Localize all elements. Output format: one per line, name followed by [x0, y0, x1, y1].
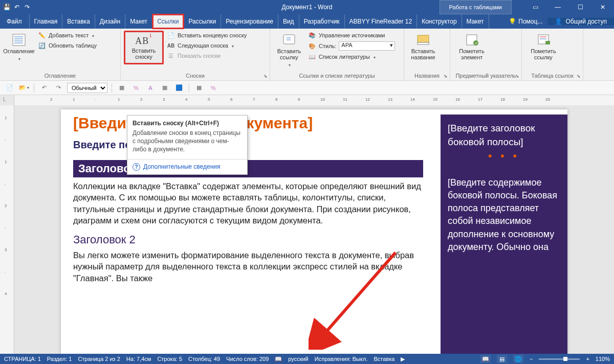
- status-insert[interactable]: Вставка: [374, 356, 394, 362]
- status-language[interactable]: русский: [288, 356, 308, 362]
- status-page[interactable]: СТРАНИЦА: 1: [4, 356, 41, 362]
- tab-table-layout[interactable]: Макет: [462, 14, 489, 29]
- group-index: Пометить элемент Предметный указатель ⬊: [450, 29, 522, 80]
- sidebar-title[interactable]: [Введите заголовок боковой полосы]: [448, 122, 560, 149]
- tooltip-title: Вставить сноску (Alt+Ctrl+F): [127, 116, 247, 129]
- tab-file[interactable]: Файл: [2, 14, 30, 29]
- status-proofing-icon[interactable]: 📖: [275, 356, 282, 362]
- zoom-slider[interactable]: [539, 358, 580, 360]
- manage-sources-button[interactable]: 📚Управление источниками: [307, 31, 396, 40]
- status-pages[interactable]: Страница 2 из 2: [78, 356, 120, 362]
- footnotes-dialog-launcher[interactable]: ⬊: [262, 73, 269, 79]
- tb-icon-7[interactable]: %: [208, 83, 219, 93]
- tab-view[interactable]: Вид: [278, 14, 299, 29]
- heading-2[interactable]: Заголовок 2: [73, 233, 423, 246]
- open-icon[interactable]: 📂: [18, 83, 30, 93]
- view-print-icon[interactable]: ▤: [497, 355, 507, 363]
- captions-dialog-launcher[interactable]: ⬊: [443, 73, 449, 79]
- tb-icon-2[interactable]: %: [130, 83, 142, 93]
- undo-icon-2[interactable]: ↶: [38, 83, 50, 93]
- tab-design[interactable]: Дизайн: [95, 14, 125, 29]
- help-button[interactable]: 💡Помоц...: [503, 18, 547, 25]
- bulb-icon: 💡: [509, 18, 516, 25]
- status-column[interactable]: Столбец: 49: [188, 356, 220, 362]
- ribbon-tabstrip: Файл Главная Вставка Дизайн Макет Ссылки…: [0, 14, 614, 29]
- mark-citation-icon: [536, 33, 551, 47]
- tab-references[interactable]: Ссылки: [152, 14, 184, 29]
- tb-icon-5[interactable]: 🟦: [173, 83, 185, 93]
- zoom-level[interactable]: 110%: [596, 356, 610, 362]
- document-title[interactable]: [Введите заголовок документа]: [73, 115, 423, 132]
- mark-entry-button[interactable]: Пометить элемент: [453, 31, 490, 60]
- paragraph-style-select[interactable]: Обычный: [67, 83, 107, 93]
- close-icon[interactable]: ✕: [591, 0, 614, 14]
- body-paragraph-1[interactable]: Коллекции на вкладке "Вставка" содержат …: [73, 180, 423, 226]
- status-line[interactable]: Строка: 5: [157, 356, 182, 362]
- insert-endnote-button[interactable]: 📄Вставить концевую сноску: [166, 31, 248, 40]
- bibliography-icon: 📖: [308, 53, 316, 61]
- status-at[interactable]: На: 7,4см: [126, 356, 151, 362]
- tab-abbyy[interactable]: ABBYY FineReader 12: [345, 14, 418, 29]
- document-subtitle[interactable]: Введите подзаголовок документа: [73, 139, 423, 151]
- status-macro-icon[interactable]: ▶: [401, 356, 405, 362]
- status-words[interactable]: Число слов: 209: [226, 356, 269, 362]
- status-track[interactable]: Исправления: Выкл.: [315, 356, 368, 362]
- view-web-icon[interactable]: 🌐: [513, 355, 523, 363]
- insert-caption-button[interactable]: Вставить название: [407, 31, 439, 60]
- horizontal-ruler[interactable]: L 21·1234567891011121314151617181920: [0, 95, 614, 105]
- add-text-button[interactable]: ✏️Добавить текст: [37, 31, 98, 40]
- citation-style-select[interactable]: 🎨 Стиль: APA▾: [307, 41, 396, 51]
- style-dropdown[interactable]: APA▾: [339, 41, 395, 51]
- save-icon[interactable]: 💾: [3, 4, 10, 11]
- tab-insert[interactable]: Вставка: [62, 14, 95, 29]
- toa-dialog-launcher[interactable]: ⬊: [576, 73, 582, 79]
- view-read-icon[interactable]: 📖: [480, 355, 491, 363]
- mark-entry-icon: [464, 33, 479, 47]
- undo-icon[interactable]: ↶: [13, 4, 20, 11]
- redo-icon[interactable]: ↷: [24, 4, 31, 11]
- insert-footnote-button[interactable]: AB1 Вставить сноску: [124, 31, 164, 64]
- tab-home[interactable]: Главная: [30, 14, 63, 29]
- status-section[interactable]: Раздел: 1: [47, 356, 72, 362]
- chevron-down-icon: [17, 55, 20, 61]
- tb-icon-4[interactable]: ▦: [159, 83, 170, 93]
- svg-rect-6: [418, 35, 429, 42]
- heading-1[interactable]: Заголовок 1: [73, 160, 423, 177]
- tab-layout[interactable]: Макет: [125, 14, 152, 29]
- group-toa: Пометить ссылку Таблица ссылок ⬊: [522, 29, 583, 80]
- tooltip-more-link[interactable]: ? Дополнительные сведения: [127, 159, 247, 174]
- next-footnote-button[interactable]: ABСледующая сноска: [166, 41, 248, 50]
- update-table-button[interactable]: 🔄Обновить таблицу: [37, 41, 98, 50]
- new-doc-icon[interactable]: 📄: [4, 83, 15, 93]
- tb-icon-1[interactable]: ▦: [116, 83, 127, 93]
- titlebar: 💾 ↶ ↷ Документ1 - Word Работа с таблицам…: [0, 0, 614, 14]
- insert-citation-button[interactable]: Вставить ссылку: [273, 31, 305, 67]
- tab-mailings[interactable]: Рассылки: [184, 14, 221, 29]
- tab-review[interactable]: Рецензирование: [221, 14, 278, 29]
- tab-table-design[interactable]: Конструктор: [417, 14, 462, 29]
- minimize-icon[interactable]: —: [546, 0, 569, 14]
- tab-developer[interactable]: Разработчик: [299, 14, 345, 29]
- zoom-out-button[interactable]: −: [530, 356, 533, 362]
- index-dialog-launcher[interactable]: ⬊: [514, 73, 520, 79]
- ribbon-options-icon[interactable]: ▭: [524, 0, 546, 14]
- window-title: Документ1 - Word: [281, 4, 332, 11]
- document-area: 1 · 1 · 2 · 3 · 4 [Введите заголовок док…: [0, 105, 614, 354]
- person-icon: 👤: [555, 18, 562, 25]
- show-notes-button[interactable]: ☰Показать сноски: [166, 51, 248, 60]
- maximize-icon[interactable]: ☐: [569, 0, 591, 14]
- sidebar-textbox[interactable]: [Введите заголовок боковой полосы] ● ● ●…: [441, 115, 567, 354]
- zoom-in-button[interactable]: +: [586, 356, 589, 362]
- sidebar-body[interactable]: [Введите содержимое боковой полосы. Боко…: [448, 176, 560, 254]
- tb-icon-3[interactable]: A: [145, 83, 156, 93]
- vertical-ruler[interactable]: 1 · 1 · 2 · 3 · 4: [0, 105, 14, 354]
- mark-citation-button[interactable]: Пометить ссылку: [525, 31, 562, 60]
- body-paragraph-2[interactable]: Вы легко можете изменить форматирование …: [73, 249, 423, 284]
- caption-icon: [415, 33, 431, 47]
- redo-icon-2[interactable]: ↷: [53, 83, 64, 93]
- bibliography-button[interactable]: 📖Список литературы: [307, 52, 396, 61]
- share-button[interactable]: 👤Общий доступ: [547, 18, 614, 25]
- group-citations: Вставить ссылку 📚Управление источниками …: [270, 29, 404, 80]
- tb-icon-6[interactable]: ▦: [193, 83, 205, 93]
- toc-button[interactable]: Оглавление: [3, 31, 35, 61]
